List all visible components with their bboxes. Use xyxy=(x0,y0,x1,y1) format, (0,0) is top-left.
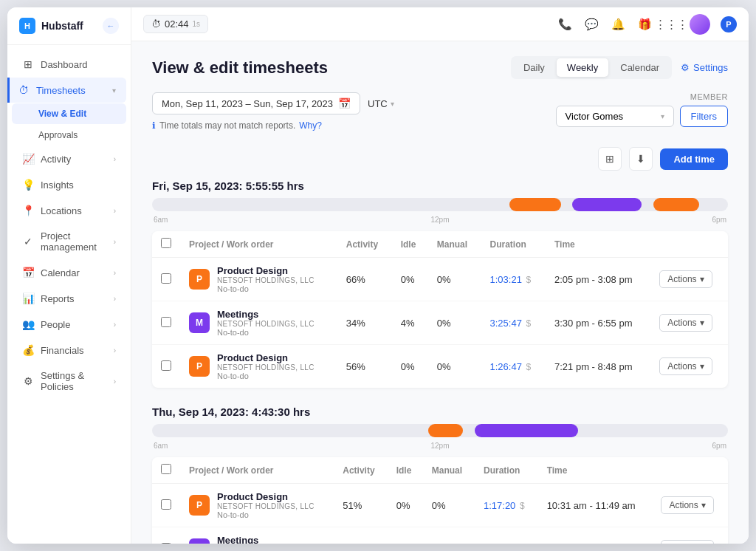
activity-value: 56% xyxy=(337,345,392,389)
sidebar-collapse-button[interactable]: ← xyxy=(103,18,119,34)
project-badge: P xyxy=(189,495,210,516)
sidebar-item-activity[interactable]: 📈 Activity › xyxy=(12,146,126,171)
sidebar-item-label: Locations xyxy=(41,205,82,216)
action-toolbar: ⊞ ⬇ Add time xyxy=(152,147,728,171)
project-info: Meetings NETSOFT HOLDINGS, LLC No-to-do xyxy=(217,535,315,544)
sidebar-item-calendar[interactable]: 📅 Calendar › xyxy=(12,260,126,285)
sidebar-item-label: Timesheets xyxy=(36,85,86,96)
project-badge: P xyxy=(189,269,210,290)
user-badge[interactable]: P xyxy=(721,16,737,32)
project-badge: P xyxy=(189,356,210,377)
sidebar-item-approvals[interactable]: Approvals xyxy=(12,125,126,146)
tab-calendar[interactable]: Calendar xyxy=(610,58,670,77)
user-avatar[interactable] xyxy=(690,14,710,35)
project-org: NETSOFT HOLDINGS, LLC xyxy=(217,276,315,284)
sidebar-item-timesheets[interactable]: ⏱ Timesheets ▾ xyxy=(7,78,126,103)
tab-daily[interactable]: Daily xyxy=(513,58,555,77)
bell-icon[interactable]: 🔔 xyxy=(610,16,626,32)
timesheet-table-1: Project / Work order Activity Idle Manua… xyxy=(152,231,728,388)
tab-weekly[interactable]: Weekly xyxy=(557,58,608,77)
sidebar-item-reports[interactable]: 📊 Reports › xyxy=(12,286,126,311)
actions-button[interactable]: Actions ▾ xyxy=(661,496,713,514)
project-info: Meetings NETSOFT HOLDINGS, LLC No-to-do xyxy=(217,309,315,337)
actions-button[interactable]: Actions ▾ xyxy=(659,357,712,375)
sidebar-item-dashboard[interactable]: ⊞ Dashboard xyxy=(12,52,126,77)
sidebar-item-financials[interactable]: 💰 Financials › xyxy=(12,338,126,363)
view-tab-group: Daily Weekly Calendar xyxy=(511,56,672,79)
chevron-right-icon: › xyxy=(114,295,116,303)
col-project-2: Project / Work order xyxy=(180,457,334,484)
sidebar-item-label: Reports xyxy=(41,293,75,304)
time-value: 1:48 pm - 5:14 pm xyxy=(538,527,653,544)
col-project: Project / Work order xyxy=(180,231,337,258)
row-checkbox[interactable] xyxy=(161,317,171,327)
timezone-selector[interactable]: UTC ▾ xyxy=(368,98,394,109)
chat-icon[interactable]: 💬 xyxy=(583,16,599,32)
columns-icon-button[interactable]: ⊞ xyxy=(598,147,622,171)
actions-cell: Actions ▾ xyxy=(652,527,728,544)
row-checkbox[interactable] xyxy=(161,360,171,371)
col-actions xyxy=(650,231,728,258)
idle-value: 0% xyxy=(392,345,428,389)
timeline-segment-purple-1 xyxy=(572,198,642,211)
sidebar-item-people[interactable]: 👥 People › xyxy=(12,312,126,337)
select-all-checkbox[interactable] xyxy=(161,238,171,248)
dollar-icon: $ xyxy=(520,501,525,511)
sidebar-item-label: Approvals xyxy=(38,130,78,140)
idle-value: 0% xyxy=(388,484,423,527)
project-org: NETSOFT HOLDINGS, LLC xyxy=(217,320,315,328)
duration-link[interactable]: 3:25:47 xyxy=(489,318,521,329)
info-icon: ℹ xyxy=(152,120,156,131)
date-range-picker[interactable]: Mon, Sep 11, 2023 – Sun, Sep 17, 2023 📅 xyxy=(152,92,360,114)
table-row: P Product Design NETSOFT HOLDINGS, LLC N… xyxy=(152,345,728,389)
download-icon-button[interactable]: ⬇ xyxy=(629,147,653,171)
project-cell: P Product Design NETSOFT HOLDINGS, LLC N… xyxy=(180,345,337,389)
duration-link[interactable]: 1:17:20 xyxy=(484,500,515,511)
project-cell: P Product Design NETSOFT HOLDINGS, LLC N… xyxy=(180,258,337,301)
actions-button[interactable]: Actions ▾ xyxy=(659,270,712,288)
sidebar-item-insights[interactable]: 💡 Insights xyxy=(12,172,126,197)
col-duration-2: Duration xyxy=(475,457,538,484)
member-select[interactable]: Victor Gomes ▾ xyxy=(556,106,674,127)
duration-link[interactable]: 1:26:47 xyxy=(489,361,521,372)
logo-area: H Hubstaff ← xyxy=(7,7,131,45)
sidebar-item-settings-policies[interactable]: ⚙ Settings & Policies › xyxy=(12,363,126,399)
timer-display[interactable]: ⏱ 02:44 1s xyxy=(143,15,208,33)
settings-policies-icon: ⚙ xyxy=(22,375,34,387)
filters-button[interactable]: Filters xyxy=(680,106,728,127)
actions-button[interactable]: Actions ▾ xyxy=(659,314,712,332)
sidebar-item-locations[interactable]: 📍 Locations › xyxy=(12,198,126,223)
row-checkbox-cell xyxy=(152,301,180,345)
phone-icon[interactable]: 📞 xyxy=(557,16,573,32)
manual-value: 0% xyxy=(428,258,481,301)
chevron-down-icon: ▾ xyxy=(112,86,116,95)
table-row: M Meetings NETSOFT HOLDINGS, LLC No-to-d… xyxy=(152,301,728,345)
grid-icon[interactable]: ⋮⋮⋮ xyxy=(663,16,679,32)
calendar-icon: 📅 xyxy=(338,97,351,109)
duration-value: 1:26:47 $ xyxy=(481,345,546,389)
manual-value: 0% xyxy=(423,527,475,544)
duration-link[interactable]: 1:03:21 xyxy=(489,274,521,285)
gift-icon[interactable]: 🎁 xyxy=(636,16,653,32)
add-time-button[interactable]: Add time xyxy=(660,148,728,170)
day-header-1: Fri, Sep 15, 2023: 5:55:55 hrs xyxy=(152,179,728,192)
why-link[interactable]: Why? xyxy=(299,120,322,131)
table-row: P Product Design NETSOFT HOLDINGS, LLC N… xyxy=(152,484,728,527)
actions-button[interactable]: Actions ▾ xyxy=(661,540,713,544)
settings-button[interactable]: ⚙ Settings xyxy=(681,62,728,73)
chevron-right-icon: › xyxy=(114,377,116,386)
header-actions: Daily Weekly Calendar ⚙ Settings xyxy=(511,56,728,79)
timer-icon: ⏱ xyxy=(151,18,161,30)
project-org: NETSOFT HOLDINGS, LLC xyxy=(217,363,315,372)
sidebar-item-project-management[interactable]: ✓ Project management › xyxy=(12,224,126,259)
row-checkbox[interactable] xyxy=(161,543,171,544)
activity-icon: 📈 xyxy=(22,153,34,165)
sidebar-item-view-edit[interactable]: View & Edit xyxy=(12,103,126,124)
select-all-checkbox-2[interactable] xyxy=(161,464,171,474)
col-time-2: Time xyxy=(538,457,653,484)
time-value: 10:31 am - 11:49 am xyxy=(538,484,653,527)
duration-link[interactable]: 3:26:10 xyxy=(484,544,515,544)
row-checkbox[interactable] xyxy=(161,499,171,510)
row-checkbox[interactable] xyxy=(161,273,171,284)
project-badge: M xyxy=(189,312,210,333)
